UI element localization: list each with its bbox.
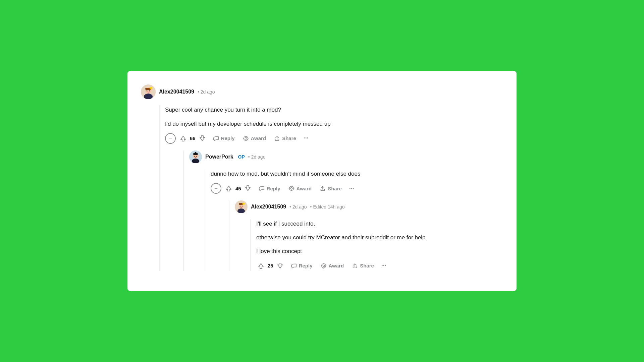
vote-count-1: 66 bbox=[190, 135, 196, 141]
award-btn-3[interactable]: Award bbox=[317, 261, 347, 271]
comment-text-1: Super cool any chance you turn it into a… bbox=[165, 105, 500, 128]
upvote-btn-2[interactable] bbox=[224, 184, 233, 193]
comment-3: Alex20041509 • 2d ago • Edited 14h ago I… bbox=[235, 200, 500, 271]
share-icon-1 bbox=[274, 135, 280, 141]
vote-count-2: 45 bbox=[235, 186, 241, 191]
svg-point-31 bbox=[240, 206, 241, 207]
avatar-svg-2 bbox=[189, 150, 202, 163]
downvote-icon-3 bbox=[277, 262, 283, 269]
downvote-icon-1 bbox=[199, 135, 206, 142]
svg-point-21 bbox=[289, 186, 293, 191]
more-btn-1[interactable]: ··· bbox=[301, 133, 311, 143]
award-icon-1 bbox=[243, 135, 249, 141]
svg-point-18 bbox=[194, 156, 195, 157]
reply-btn-3[interactable]: Reply bbox=[287, 261, 316, 271]
timestamp-3: • 2d ago bbox=[289, 204, 307, 209]
avatar-alex2 bbox=[235, 200, 248, 213]
share-btn-1[interactable]: Share bbox=[271, 133, 300, 143]
replies-1: PowerPork OP • 2d ago dunno how to mod, … bbox=[183, 150, 500, 271]
award-btn-1[interactable]: Award bbox=[239, 133, 270, 143]
share-icon-3 bbox=[352, 263, 358, 269]
svg-point-35 bbox=[323, 265, 324, 266]
comment-text-2: dunno how to mod, but wouldn't mind if s… bbox=[211, 169, 500, 178]
svg-point-5 bbox=[147, 90, 148, 92]
timestamp-2: • 2d ago bbox=[248, 154, 266, 160]
downvote-btn-3[interactable] bbox=[275, 261, 285, 270]
svg-point-32 bbox=[242, 206, 243, 207]
action-bar-3: 25 bbox=[256, 261, 500, 271]
downvote-btn-2[interactable] bbox=[243, 184, 253, 193]
comment-header-1: Alex20041509 • 2d ago bbox=[141, 84, 500, 99]
award-btn-2[interactable]: Award bbox=[285, 183, 315, 193]
avatar-svg-1 bbox=[141, 84, 156, 99]
svg-point-19 bbox=[196, 156, 197, 157]
vote-section-2: 45 bbox=[224, 184, 253, 193]
timestamp-1: • 2d ago bbox=[198, 89, 215, 95]
svg-point-9 bbox=[245, 137, 247, 139]
comment-1: Alex20041509 • 2d ago Super cool any cha… bbox=[141, 84, 500, 270]
comment-body-1: Super cool any chance you turn it into a… bbox=[159, 105, 500, 270]
share-btn-2[interactable]: Share bbox=[316, 183, 345, 193]
upvote-icon-2 bbox=[225, 185, 232, 192]
downvote-icon-2 bbox=[245, 185, 251, 192]
username-3: Alex20041509 bbox=[251, 204, 286, 210]
svg-point-34 bbox=[321, 263, 326, 268]
action-bar-1: − 66 bbox=[165, 133, 500, 144]
comment-card: Alex20041509 • 2d ago Super cool any cha… bbox=[127, 71, 517, 291]
svg-point-6 bbox=[149, 90, 150, 92]
comment-header-2: PowerPork OP • 2d ago bbox=[189, 150, 500, 163]
award-icon-3 bbox=[321, 263, 327, 269]
svg-point-8 bbox=[244, 136, 248, 141]
username-2: PowerPork bbox=[205, 154, 233, 160]
award-icon-2 bbox=[288, 185, 294, 191]
reply-icon-2 bbox=[259, 185, 265, 191]
comment-text-3: I'll see if I succeed into, otherwise yo… bbox=[256, 219, 500, 256]
upvote-icon-1 bbox=[180, 135, 186, 142]
comment-body-3: I'll see if I succeed into, otherwise yo… bbox=[250, 219, 500, 271]
collapse-btn-2[interactable]: − bbox=[211, 183, 221, 194]
share-icon-2 bbox=[320, 185, 326, 191]
more-btn-2[interactable]: ··· bbox=[346, 184, 357, 193]
vote-section-1: 66 bbox=[178, 134, 207, 143]
share-btn-3[interactable]: Share bbox=[348, 261, 377, 271]
upvote-btn-1[interactable] bbox=[178, 134, 188, 143]
comment-body-2: dunno how to mod, but wouldn't mind if s… bbox=[205, 169, 500, 271]
comment-header-3: Alex20041509 • 2d ago • Edited 14h ago bbox=[235, 200, 500, 213]
reply-icon-1 bbox=[213, 135, 219, 141]
svg-point-22 bbox=[290, 187, 292, 189]
collapse-btn-1[interactable]: − bbox=[165, 133, 176, 144]
downvote-btn-1[interactable] bbox=[198, 134, 207, 143]
reply-btn-1[interactable]: Reply bbox=[210, 133, 238, 143]
avatar-pork bbox=[189, 150, 202, 163]
avatar-svg-3 bbox=[235, 200, 248, 213]
replies-2: Alex20041509 • 2d ago • Edited 14h ago I… bbox=[229, 200, 500, 271]
reply-btn-2[interactable]: Reply bbox=[255, 183, 284, 193]
vote-section-3: 25 bbox=[256, 261, 285, 270]
comment-2: PowerPork OP • 2d ago dunno how to mod, … bbox=[189, 150, 500, 271]
avatar-alex bbox=[141, 84, 156, 99]
upvote-btn-3[interactable] bbox=[256, 261, 266, 270]
edited-label-3: • Edited 14h ago bbox=[310, 204, 345, 209]
vote-count-3: 25 bbox=[268, 263, 273, 268]
action-bar-2: − 45 bbox=[211, 183, 500, 194]
op-badge-2: OP bbox=[238, 154, 245, 160]
upvote-icon-3 bbox=[258, 262, 264, 269]
more-btn-3[interactable]: ··· bbox=[379, 261, 389, 270]
reply-icon-3 bbox=[291, 263, 297, 269]
username-1: Alex20041509 bbox=[159, 89, 194, 95]
